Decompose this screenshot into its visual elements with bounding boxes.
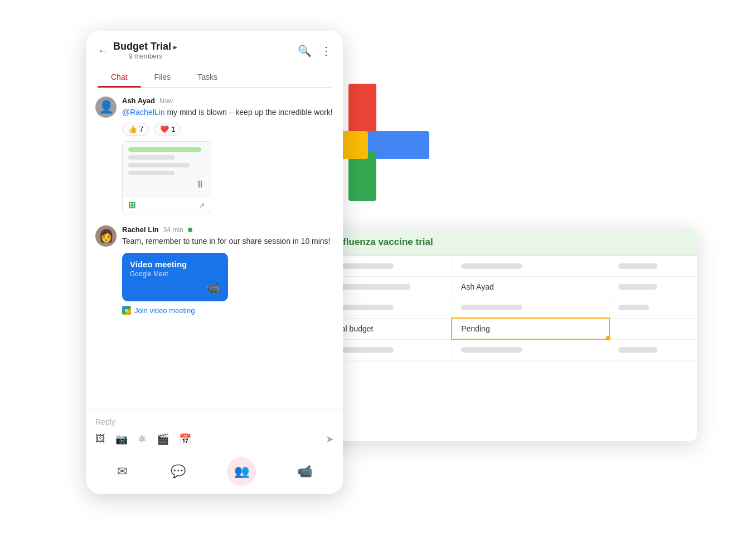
skeleton <box>618 263 657 269</box>
sheet-title: Influenza vaccine trial <box>335 237 686 248</box>
thumbsup-emoji: 👍 <box>128 125 137 133</box>
reaction-heart[interactable]: ❤️ 1 <box>154 123 181 136</box>
chat-header-left: ← Budget Trial ▸ 9 members <box>98 41 177 60</box>
external-link-icon[interactable]: ↗ <box>198 201 205 210</box>
tab-tasks[interactable]: Tasks <box>184 67 231 87</box>
cell-2-3 <box>609 277 697 297</box>
cell-3-2 <box>452 297 609 319</box>
author-ash: Ash Ayad <box>122 97 155 105</box>
video-meeting-title: Video meeting <box>130 259 220 269</box>
search-icon[interactable]: 🔍 <box>298 44 312 57</box>
reply-placeholder[interactable]: Reply <box>95 415 334 431</box>
author-rachel: Rachel Lin <box>122 225 159 234</box>
nav-chat-icon[interactable]: 💬 <box>168 462 188 481</box>
svg-rect-1 <box>368 131 429 159</box>
svg-rect-0 <box>348 84 376 134</box>
tab-chat[interactable]: Chat <box>98 67 141 87</box>
trial-budget-extra-cell <box>609 318 697 339</box>
skeleton <box>618 347 657 353</box>
message-body-ash: my mind is blown – keep up the incredibl… <box>167 108 332 117</box>
camera-icon[interactable]: 📷 <box>115 433 128 445</box>
heart-count: 1 <box>171 125 175 133</box>
tab-files[interactable]: Files <box>141 67 185 87</box>
messages-list: Ash Ayad Now @RachelLin my mind is blown… <box>86 88 343 409</box>
meet-logo-icon: M <box>122 306 131 315</box>
nav-mail-icon[interactable]: ✉ <box>115 462 129 481</box>
calendar-icon[interactable]: 📅 <box>179 433 191 445</box>
skeleton <box>461 263 522 269</box>
cell-5-2 <box>452 339 609 360</box>
message-row-ash: Ash Ayad Now @RachelLin my mind is blown… <box>95 97 334 214</box>
message-content-rachel: Rachel Lin 34 min Team, remember to tune… <box>122 225 334 315</box>
more-menu-icon[interactable]: ⋮ <box>321 44 332 57</box>
table-row <box>323 339 697 360</box>
nav-meet-icon[interactable]: 📹 <box>295 462 314 481</box>
skeleton-line-2 <box>128 155 175 160</box>
sheet-header: Influenza vaccine trial <box>323 229 697 256</box>
trial-budget-value-cell[interactable]: Pending <box>452 318 609 339</box>
cell-5-3 <box>609 339 697 360</box>
video-icon[interactable]: 🎬 <box>157 433 169 445</box>
reactions-ash: 👍 7 ❤️ 1 <box>122 123 334 136</box>
online-indicator <box>188 228 192 232</box>
toolbar-left-icons: 🖼 📷 ⚛ 🎬 📅 <box>95 433 191 445</box>
chat-header-top: ← Budget Trial ▸ 9 members 🔍 ⋮ <box>98 41 332 60</box>
reaction-thumbsup[interactable]: 👍 7 <box>122 123 149 136</box>
message-meta-ash: Ash Ayad Now <box>122 97 334 105</box>
channel-name: Budget Trial <box>113 41 171 52</box>
sheet-table: Ash Ayad Trial budget Pending <box>323 256 697 360</box>
chat-title-row: Budget Trial ▸ <box>113 41 177 52</box>
avatar-ash <box>95 97 117 118</box>
skeleton-line-3 <box>128 163 190 167</box>
video-camera-icon: 📹 <box>130 281 220 295</box>
image-icon[interactable]: 🖼 <box>95 433 105 445</box>
back-button[interactable]: ← <box>98 44 109 57</box>
table-row: Ash Ayad <box>323 277 697 297</box>
chat-panel: ← Budget Trial ▸ 9 members 🔍 ⋮ Chat File… <box>86 31 343 494</box>
skeleton-line-1 <box>128 147 201 152</box>
chat-title-group: Budget Trial ▸ 9 members <box>113 41 177 60</box>
chat-tabs: Chat Files Tasks <box>98 67 332 88</box>
message-text-rachel: Team, remember to tune in for our share … <box>122 235 334 247</box>
cell-3-3 <box>609 297 697 319</box>
attachment-preview: ⏸ <box>123 142 211 196</box>
bottom-navigation: ✉ 💬 👥 📹 <box>86 451 343 494</box>
nav-spaces-icon[interactable]: 👥 <box>227 457 256 486</box>
skeleton <box>461 347 522 353</box>
avatar-rachel <box>95 225 117 247</box>
message-text-ash: @RachelLin my mind is blown – keep up th… <box>122 107 334 118</box>
skeleton <box>332 284 410 290</box>
heart-emoji: ❤️ <box>160 125 169 133</box>
table-row <box>323 256 697 277</box>
emoji-icon[interactable]: ⚛ <box>138 433 147 445</box>
send-button[interactable]: ➤ <box>326 433 334 445</box>
header-icons: 🔍 ⋮ <box>298 44 332 57</box>
time-rachel: 34 min <box>163 226 183 234</box>
attachment-card[interactable]: ⏸ ⊞ ↗ <box>122 141 211 214</box>
table-row <box>323 297 697 319</box>
mention-rachel: @RachelLin <box>122 108 164 117</box>
join-meeting-link[interactable]: Join video meeting <box>134 306 195 315</box>
message-toolbar: 🖼 📷 ⚛ 🎬 📅 ➤ <box>95 431 334 448</box>
attachment-icon-row: ⊞ <box>128 200 138 210</box>
reply-section: Reply 🖼 📷 ⚛ 🎬 📅 ➤ <box>86 409 343 451</box>
message-content-ash: Ash Ayad Now @RachelLin my mind is blown… <box>122 97 334 214</box>
skeleton <box>618 284 657 290</box>
thumbsup-count: 7 <box>139 125 143 133</box>
skeleton <box>461 305 522 310</box>
cell-1-3 <box>609 256 697 277</box>
members-count: 9 members <box>129 52 177 60</box>
skeleton <box>618 305 649 310</box>
skeleton-line-4 <box>128 171 175 175</box>
cell-2-2: Ash Ayad <box>452 277 609 297</box>
spreadsheet-panel: Influenza vaccine trial Ash Ayad <box>323 229 697 441</box>
message-row-rachel: Rachel Lin 34 min Team, remember to tune… <box>95 225 334 315</box>
cell-1-2 <box>452 256 609 277</box>
green-plus-icon: ⊞ <box>128 200 135 210</box>
video-meeting-subtitle: Google Meet <box>130 270 220 278</box>
time-ash: Now <box>159 97 173 105</box>
channel-arrow: ▸ <box>173 42 177 51</box>
chat-header: ← Budget Trial ▸ 9 members 🔍 ⋮ Chat File… <box>86 31 343 88</box>
video-meeting-card[interactable]: Video meeting Google Meet 📹 <box>122 253 228 301</box>
attachment-footer: ⊞ ↗ <box>123 196 211 214</box>
